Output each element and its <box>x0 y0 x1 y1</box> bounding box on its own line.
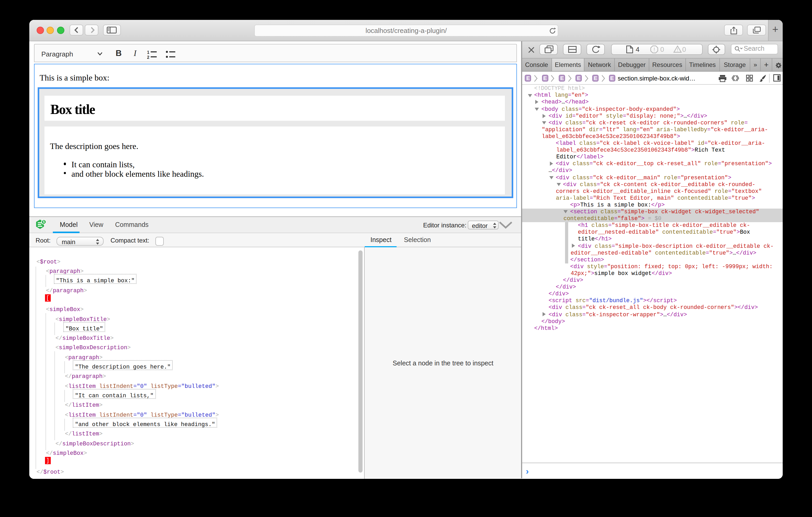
svg-text:1: 1 <box>147 50 149 54</box>
svg-text:!: ! <box>654 47 655 52</box>
svg-text:2: 2 <box>147 55 149 59</box>
svg-text:5: 5 <box>43 220 45 224</box>
svg-text:!: ! <box>676 47 678 53</box>
